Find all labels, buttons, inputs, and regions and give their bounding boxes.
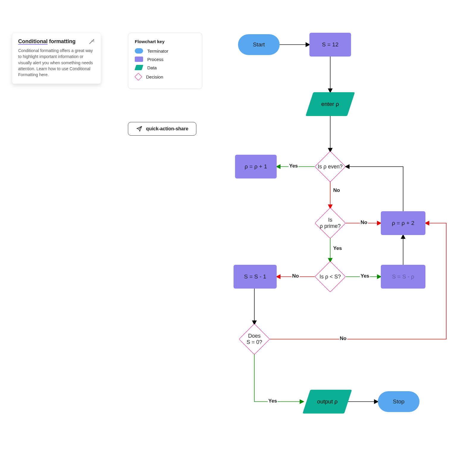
legend-label: Terminator [147, 48, 168, 54]
node-label: S = 12 [322, 41, 338, 48]
terminator-swatch [135, 48, 143, 54]
node-does-s-equal-0[interactable]: Does S = 0? [243, 328, 265, 350]
node-label: S = S - ρ [392, 273, 414, 280]
legend-item-data: Data [135, 65, 195, 70]
legend-label: Data [147, 65, 157, 70]
info-card: Conditional formatting Conditional forma… [12, 33, 101, 84]
info-card-title: Conditional formatting [18, 38, 76, 45]
node-enter-p[interactable]: enter ρ [306, 92, 355, 116]
node-label: Is ρ even? [318, 164, 342, 170]
edge-label-yes: Yes [289, 163, 298, 169]
node-label: ρ = ρ + 1 [245, 163, 267, 170]
svg-point-0 [93, 41, 94, 42]
edge-label-no: No [339, 336, 347, 342]
edge-label-yes: Yes [360, 273, 370, 279]
edge-label-yes: Yes [268, 398, 278, 404]
node-label: S = S - 1 [244, 273, 266, 280]
node-s-minus-1[interactable]: S = S - 1 [234, 265, 277, 289]
node-label: enter ρ [321, 101, 339, 108]
node-start[interactable]: Start [238, 34, 280, 55]
legend-heading: Flowchart key [135, 39, 195, 44]
share-button-label: quick-action-share [146, 126, 188, 131]
node-p-plus-1[interactable]: ρ = ρ + 1 [235, 155, 277, 178]
node-label: ρ = ρ + 2 [392, 220, 414, 227]
edge-label-no: No [333, 187, 341, 193]
paper-plane-icon [136, 126, 143, 132]
legend-item-terminator: Terminator [135, 48, 195, 54]
node-is-p-prime[interactable]: Is ρ prime? [319, 212, 341, 234]
flowchart-canvas: Start S = 12 enter ρ Is ρ even? ρ = ρ + … [220, 27, 467, 452]
node-label: Stop [393, 398, 404, 405]
edge-label-no: No [360, 220, 368, 226]
legend-label: Process [147, 57, 163, 62]
legend-item-decision: Decision [135, 73, 195, 80]
magic-wand-icon [88, 38, 95, 45]
node-p-plus-2[interactable]: ρ = ρ + 2 [381, 211, 425, 235]
edge-label-no: No [292, 273, 300, 279]
node-is-p-lt-s[interactable]: Is ρ < S? [319, 266, 341, 288]
node-is-p-even[interactable]: Is ρ even? [319, 156, 341, 178]
process-swatch [135, 57, 143, 62]
flowchart-edges [220, 27, 467, 452]
quick-action-share-button[interactable]: quick-action-share [128, 122, 196, 136]
node-label: Is ρ prime? [320, 217, 341, 229]
flowchart-legend: Flowchart key Terminator Process Data De… [128, 33, 202, 89]
node-s-equals-12[interactable]: S = 12 [309, 33, 351, 57]
node-stop[interactable]: Stop [378, 391, 419, 412]
node-label: output ρ [317, 398, 338, 405]
node-label: Does S = 0? [247, 333, 262, 345]
legend-item-process: Process [135, 57, 195, 62]
data-swatch [134, 65, 143, 70]
info-card-body: Conditional formatting offers a great wa… [18, 48, 95, 78]
edge-label-yes: Yes [333, 245, 342, 251]
node-label: Is ρ < S? [320, 274, 341, 280]
node-s-minus-p[interactable]: S = S - ρ [381, 265, 425, 289]
decision-swatch [135, 73, 142, 80]
node-output-p[interactable]: output ρ [303, 390, 352, 414]
legend-label: Decision [146, 74, 163, 79]
node-label: Start [253, 41, 265, 48]
